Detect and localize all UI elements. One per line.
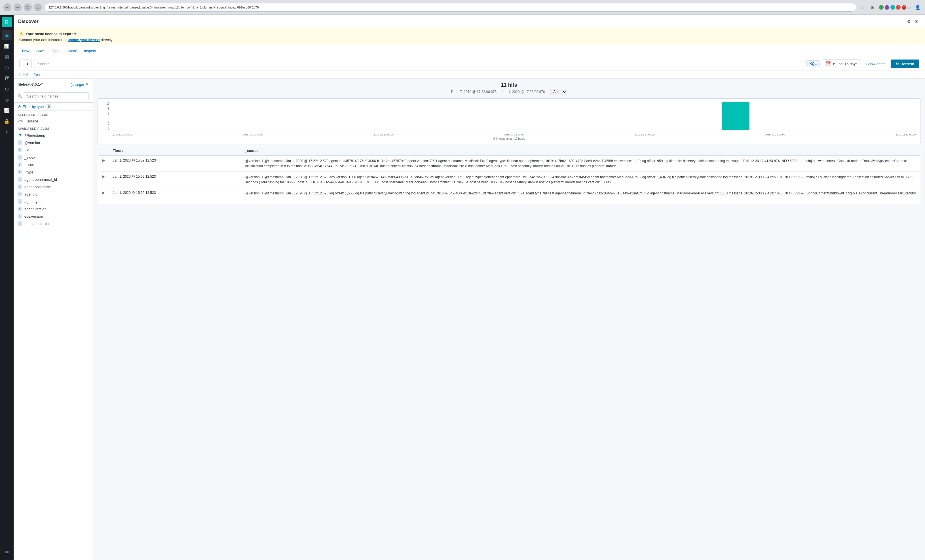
license-title: Your basic license is expired bbox=[26, 32, 76, 36]
app-header: Discover ⚙ ✉ bbox=[14, 15, 925, 29]
nav-monitoring[interactable]: 📈 bbox=[2, 105, 12, 116]
chart-bar bbox=[805, 130, 833, 131]
chart-bar bbox=[500, 130, 528, 131]
nav-apm[interactable]: ⚕ bbox=[2, 127, 12, 137]
extensions-button[interactable]: ⊞ bbox=[869, 3, 877, 11]
date-picker[interactable]: 📅 ▾ Last 15 days bbox=[822, 59, 861, 68]
url-bar[interactable]: 127.0.0.1:5601/app/kibana#/discover?_g=(… bbox=[44, 3, 856, 12]
field-index[interactable]: t _index bbox=[14, 154, 93, 161]
header-settings[interactable]: ⚙ bbox=[905, 18, 913, 26]
nav-rail: D ◉ 📊 ▦ ⬡ 🗺 ⚙ ⊛ 📈 🔒 ⚕ ☰ bbox=[0, 15, 14, 560]
expand-row-button[interactable]: ▶ bbox=[101, 158, 106, 162]
nav-visualize[interactable]: 📊 bbox=[2, 41, 12, 51]
refresh-icon: ↻ bbox=[896, 62, 899, 66]
chart-y-axis: 10 8 6 4 2 0 bbox=[102, 102, 111, 131]
back-button[interactable]: ← bbox=[3, 3, 11, 11]
inspect-button[interactable]: Inspect bbox=[81, 47, 99, 54]
chart-bar bbox=[861, 130, 888, 131]
field-version[interactable]: t @version bbox=[14, 139, 93, 146]
hash-type-icon: # bbox=[18, 162, 22, 167]
source-col-header: _source bbox=[242, 147, 920, 156]
time-cell: Jan 1, 2020 @ 15:52:12.523 bbox=[110, 172, 242, 188]
chart-bar bbox=[473, 130, 500, 131]
index-pattern-name: filebeat-7.5.1-* bbox=[18, 82, 42, 86]
expand-row-button[interactable]: ▶ bbox=[101, 191, 106, 195]
change-index-link[interactable]: (change) bbox=[71, 83, 84, 87]
text-type-icon: t bbox=[18, 155, 22, 159]
selected-field-name: _source bbox=[25, 119, 38, 123]
field-timestamp[interactable]: ⏱ @timestamp bbox=[14, 132, 93, 139]
filter-icon: ⊜ bbox=[18, 104, 21, 109]
field-id[interactable]: t _id bbox=[14, 146, 93, 154]
add-filter-button[interactable]: + Add filter bbox=[23, 72, 41, 77]
search-type-selector[interactable]: ⊞ ▾ bbox=[19, 60, 32, 68]
license-link[interactable]: update your license bbox=[68, 38, 100, 42]
chart-bar bbox=[417, 130, 444, 131]
nav-security[interactable]: 🔒 bbox=[2, 116, 12, 126]
field-agent-ephemeral-id[interactable]: t agent.ephemeral_id bbox=[14, 176, 93, 183]
chart-bar bbox=[584, 130, 611, 131]
expand-row-button[interactable]: ▶ bbox=[101, 174, 106, 179]
text-type-icon: t bbox=[18, 192, 22, 197]
field-agent-type[interactable]: t agent.type bbox=[14, 198, 93, 205]
field-search-input[interactable] bbox=[24, 92, 89, 100]
date-range-display: Dec 17, 2019 @ 17:38:08.976 — Jan 1, 202… bbox=[99, 89, 919, 95]
nav-collapse[interactable]: ☰ bbox=[2, 548, 12, 558]
text-type-icon: t bbox=[18, 177, 22, 182]
home-button[interactable]: ⌂ bbox=[34, 3, 42, 11]
refresh-button[interactable]: ↻ Refresh bbox=[891, 60, 919, 68]
open-button[interactable]: Open bbox=[49, 47, 63, 54]
chart-bar bbox=[223, 130, 250, 131]
chart-bar bbox=[528, 130, 555, 131]
time-cell: Jan 1, 2020 @ 15:52:12.523 bbox=[110, 188, 242, 204]
close-sidebar-btn[interactable]: ✕ bbox=[85, 82, 89, 87]
results-area[interactable]: Time ↓ _source ▶Jan 1, 2020 @ 15:52:12.5… bbox=[98, 146, 920, 555]
time-col-header[interactable]: Time ↓ bbox=[110, 147, 242, 156]
date-range-text: Dec 17, 2019 @ 17:38:08.976 — Jan 1, 202… bbox=[451, 90, 549, 94]
nav-ml[interactable]: ⚙ bbox=[2, 84, 12, 94]
profile-button[interactable]: 👤 bbox=[914, 3, 922, 11]
kibana-logo[interactable]: D bbox=[2, 17, 12, 27]
nav-canvas[interactable]: ⬡ bbox=[2, 62, 12, 72]
reload-button[interactable]: ↻ bbox=[24, 3, 32, 11]
nav-graph[interactable]: ⊛ bbox=[2, 95, 12, 105]
filter-row: ℹ + Add filter bbox=[14, 71, 925, 79]
field-ecs-version[interactable]: t ecs.version bbox=[14, 213, 93, 220]
field-agent-hostname[interactable]: t agent.hostname bbox=[14, 183, 93, 191]
code-icon: </> bbox=[18, 119, 23, 123]
forward-button[interactable]: → bbox=[14, 3, 21, 11]
chart-bar bbox=[639, 130, 666, 131]
chart-bar bbox=[195, 130, 223, 131]
info-icon: ℹ bbox=[19, 72, 21, 77]
app-title: Discover bbox=[18, 19, 39, 24]
field-host-architecture[interactable]: t host.architecture bbox=[14, 220, 93, 227]
nav-discover[interactable]: ◉ bbox=[2, 30, 12, 40]
bookmark-button[interactable]: ☆ bbox=[859, 3, 866, 11]
field-type[interactable]: t _type bbox=[14, 168, 93, 176]
filter-type-row: ⊜ Filter by type 0 bbox=[14, 103, 93, 111]
text-type-icon: t bbox=[18, 170, 22, 174]
content-area: filebeat-7.5.1-* (change) ✕ 🔍 ⊜ Filter b… bbox=[14, 79, 925, 560]
search-input-wrap[interactable] bbox=[34, 60, 804, 68]
selected-field-source[interactable]: </> _source bbox=[14, 118, 93, 125]
header-user[interactable]: ✉ bbox=[913, 18, 920, 26]
auto-select[interactable]: Auto bbox=[550, 89, 567, 95]
field-score[interactable]: # _score bbox=[14, 161, 93, 168]
license-banner: ⚠ Your basic license is expired Contact … bbox=[14, 29, 925, 45]
field-agent-id[interactable]: t agent.id bbox=[14, 191, 93, 198]
show-dates-button[interactable]: Show dates bbox=[863, 60, 889, 68]
text-type-icon: t bbox=[18, 185, 22, 189]
nav-maps[interactable]: 🗺 bbox=[2, 73, 12, 83]
new-button[interactable]: New bbox=[19, 47, 32, 54]
chart-bar bbox=[390, 130, 417, 131]
search-input[interactable] bbox=[38, 62, 800, 66]
filter-by-type-button[interactable]: Filter by type bbox=[23, 105, 44, 109]
text-type-icon: t bbox=[18, 221, 22, 226]
nav-dashboard[interactable]: ▦ bbox=[2, 52, 12, 62]
table-row: ▶Jan 1, 2020 @ 15:52:12.523@version: 1 @… bbox=[98, 155, 920, 172]
kql-badge[interactable]: KQL bbox=[806, 60, 820, 67]
save-button[interactable]: Save bbox=[33, 47, 48, 54]
field-agent-version[interactable]: t agent.version bbox=[14, 205, 93, 213]
share-button[interactable]: Share bbox=[64, 47, 80, 54]
chart-container: 10 8 6 4 2 0 2019-12-19 00:00 2019-12-21… bbox=[102, 102, 916, 136]
